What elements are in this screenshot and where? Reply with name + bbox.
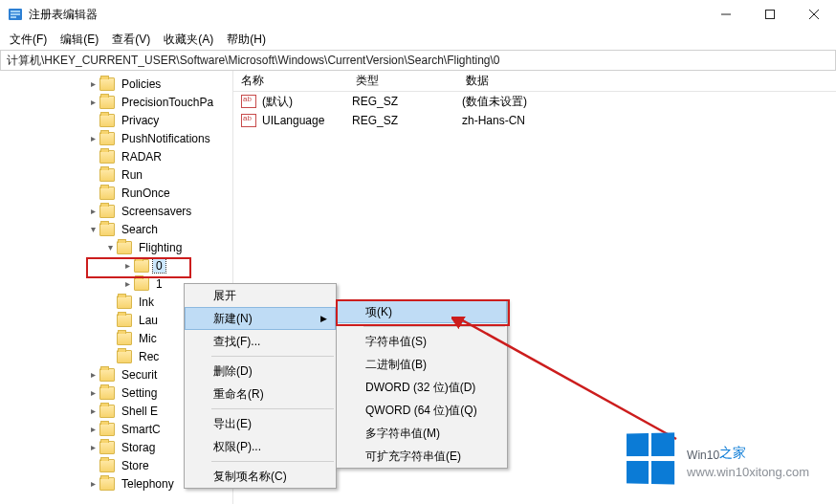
tree-node-runonce[interactable]: RunOnce: [0, 184, 232, 202]
context-submenu-new[interactable]: 项(K) 字符串值(S) 二进制值(B) DWORD (32 位)值(D) QW…: [336, 299, 508, 469]
ctx-copy-key-name[interactable]: 复制项名称(C): [185, 465, 336, 488]
folder-icon: [99, 114, 115, 127]
tree-node-search[interactable]: ▾Search: [0, 220, 232, 238]
ctx-delete[interactable]: 删除(D): [185, 360, 336, 383]
annotation-box: [86, 257, 191, 278]
tree-node-flighting[interactable]: ▾Flighting: [0, 238, 232, 256]
folder-icon: [99, 186, 115, 200]
chevron-right-icon[interactable]: ▸: [86, 206, 99, 216]
value-row[interactable]: UILanguage REG_SZ zh-Hans-CN: [233, 111, 836, 130]
menu-edit[interactable]: 编辑(E): [60, 32, 99, 48]
separator: [211, 356, 334, 357]
chevron-right-icon[interactable]: ▸: [86, 478, 99, 489]
value-type: REG_SZ: [352, 114, 462, 127]
ctx-new[interactable]: 新建(N)▶: [185, 307, 336, 330]
menu-file[interactable]: 文件(F): [10, 32, 47, 48]
ctx-expand[interactable]: 展开: [185, 284, 336, 307]
tree-node-run[interactable]: Run: [0, 165, 232, 184]
chevron-right-icon[interactable]: ▸: [121, 278, 134, 289]
maximize-button[interactable]: [748, 0, 792, 29]
window-title: 注册表编辑器: [29, 7, 98, 23]
menu-view[interactable]: 查看(V): [112, 32, 150, 48]
menubar: 文件(F) 编辑(E) 查看(V) 收藏夹(A) 帮助(H): [0, 29, 836, 50]
folder-icon: [99, 223, 115, 236]
chevron-right-icon[interactable]: ▸: [86, 369, 99, 380]
address-text: 计算机\HKEY_CURRENT_USER\Software\Microsoft…: [7, 53, 500, 69]
ctx-permissions[interactable]: 权限(P)...: [185, 435, 336, 458]
ctx-new-qword[interactable]: QWORD (64 位)值(Q): [337, 399, 507, 422]
watermark-url: www.win10xitong.com: [687, 465, 809, 479]
regedit-icon: [8, 7, 23, 22]
separator: [211, 461, 334, 462]
chevron-down-icon[interactable]: ▾: [86, 224, 99, 234]
svg-rect-5: [766, 11, 775, 19]
folder-icon: [134, 277, 149, 291]
tree-node-push[interactable]: ▸PushNotifications: [0, 129, 232, 147]
chevron-right-icon[interactable]: ▸: [86, 424, 99, 434]
col-type[interactable]: 类型: [348, 73, 458, 89]
separator: [211, 408, 334, 409]
folder-icon: [99, 132, 115, 145]
svg-rect-1: [11, 11, 20, 12]
chevron-right-icon[interactable]: ▸: [86, 97, 99, 107]
tree-node-privacy[interactable]: Privacy: [0, 111, 232, 129]
value-name: (默认): [262, 94, 352, 110]
tree-node-radar[interactable]: RADAR: [0, 147, 232, 165]
window-controls: [704, 0, 836, 29]
chevron-right-icon[interactable]: ▸: [86, 405, 99, 416]
tree-node-policies[interactable]: ▸Policies: [0, 75, 232, 93]
minimize-button[interactable]: [704, 0, 748, 29]
ctx-new-dword[interactable]: DWORD (32 位)值(D): [337, 376, 507, 399]
close-button[interactable]: [792, 0, 836, 29]
folder-icon: [99, 96, 115, 109]
tree-node-precision[interactable]: ▸PrecisionTouchPa: [0, 93, 232, 111]
separator: [363, 326, 505, 327]
col-name[interactable]: 名称: [233, 73, 348, 89]
svg-rect-3: [11, 16, 16, 18]
ctx-new-key[interactable]: 项(K): [337, 300, 507, 323]
string-value-icon: [241, 95, 256, 108]
column-headers[interactable]: 名称 类型 数据: [233, 71, 836, 92]
tree-node-screensavers[interactable]: ▸Screensavers: [0, 202, 232, 220]
ctx-export[interactable]: 导出(E): [185, 412, 336, 435]
ctx-new-multi[interactable]: 多字符串值(M): [337, 422, 507, 445]
folder-icon: [117, 332, 132, 345]
folder-icon: [99, 168, 115, 182]
chevron-right-icon[interactable]: ▸: [86, 78, 99, 89]
folder-icon: [99, 150, 115, 164]
value-data: (数值未设置): [462, 94, 527, 110]
address-bar[interactable]: 计算机\HKEY_CURRENT_USER\Software\Microsoft…: [0, 50, 836, 71]
value-data: zh-Hans-CN: [462, 114, 525, 127]
menu-favorites[interactable]: 收藏夹(A): [164, 32, 213, 48]
folder-icon: [117, 296, 132, 309]
chevron-right-icon: ▶: [320, 314, 327, 323]
ctx-new-expand[interactable]: 可扩充字符串值(E): [337, 445, 507, 468]
folder-icon: [99, 405, 115, 418]
titlebar: 注册表编辑器: [0, 0, 836, 29]
folder-icon: [99, 205, 115, 218]
menu-help[interactable]: 帮助(H): [227, 32, 266, 48]
ctx-new-string[interactable]: 字符串值(S): [337, 330, 507, 353]
folder-icon: [99, 459, 115, 472]
ctx-rename[interactable]: 重命名(R): [185, 383, 336, 405]
value-type: REG_SZ: [352, 95, 462, 108]
chevron-right-icon[interactable]: ▸: [86, 442, 99, 452]
value-row[interactable]: (默认) REG_SZ (数值未设置): [233, 92, 836, 111]
chevron-right-icon[interactable]: ▸: [86, 133, 99, 143]
folder-icon: [99, 441, 115, 454]
folder-icon: [99, 386, 115, 400]
ctx-find[interactable]: 查找(F)...: [185, 330, 336, 353]
watermark: Win10之家 www.win10xitong.com: [626, 433, 809, 485]
col-data[interactable]: 数据: [458, 73, 836, 89]
svg-rect-2: [11, 13, 20, 15]
context-menu[interactable]: 展开 新建(N)▶ 查找(F)... 删除(D) 重命名(R) 导出(E) 权限…: [184, 283, 337, 489]
folder-icon: [99, 423, 115, 436]
watermark-brand: Win10之家: [687, 440, 809, 465]
string-value-icon: [241, 114, 256, 127]
chevron-down-icon[interactable]: ▾: [103, 242, 117, 252]
folder-icon: [99, 368, 115, 382]
chevron-right-icon[interactable]: ▸: [86, 387, 99, 398]
ctx-new-binary[interactable]: 二进制值(B): [337, 353, 507, 376]
folder-icon: [99, 477, 115, 491]
folder-icon: [117, 350, 132, 363]
